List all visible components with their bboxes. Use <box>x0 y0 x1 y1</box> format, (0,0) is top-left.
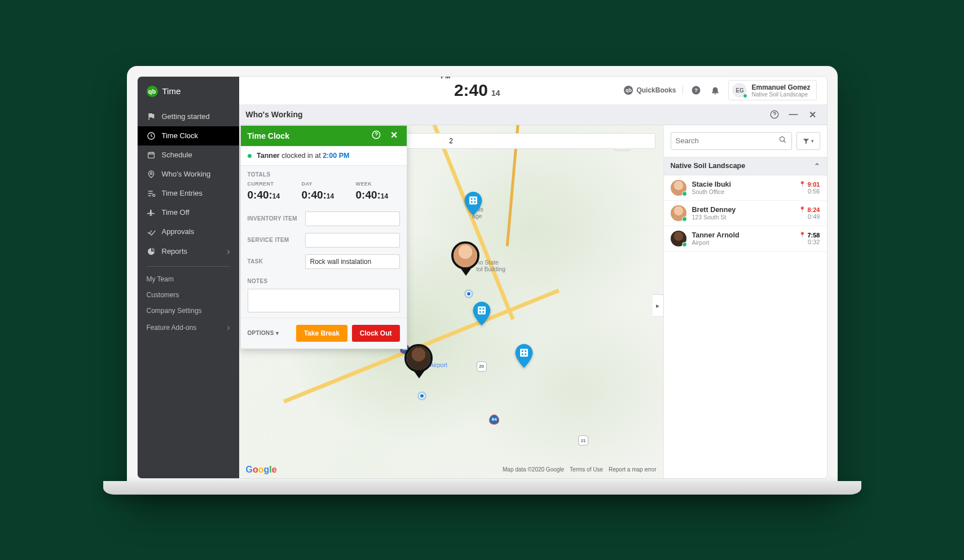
nav-label: Reports <box>162 247 188 255</box>
panel-minimize-button[interactable]: — <box>786 107 801 122</box>
service-input[interactable] <box>305 233 400 248</box>
nav-time-clock[interactable]: Time Clock <box>138 126 239 145</box>
avatar-icon <box>451 241 479 270</box>
take-break-button[interactable]: Take Break <box>296 325 347 342</box>
nav-feature-addons[interactable]: Feature Add-ons› <box>138 319 239 337</box>
map-attribution: Google Map data ©2020 Google Terms of Us… <box>239 461 663 478</box>
nav-customers[interactable]: Customers <box>138 287 239 303</box>
location-pin[interactable] <box>514 344 534 368</box>
map-terms-link[interactable]: Terms of Use <box>570 466 603 473</box>
nav-label: Approvals <box>162 227 195 236</box>
total-current: CURRENT 0:40:14 <box>248 181 292 201</box>
clock-time: 2:40 <box>454 81 488 100</box>
employee-name: Tanner Arnold <box>692 231 794 239</box>
pin-icon: 📍 <box>799 181 805 187</box>
plane-icon <box>147 208 156 217</box>
avatar-icon <box>404 344 433 372</box>
filter-button[interactable]: ▾ <box>796 132 820 150</box>
user-avatar: EG <box>732 83 747 98</box>
employee-avatar <box>671 231 686 246</box>
employee-row[interactable]: Tanner Arnold Airport 📍7:58 0:32 <box>664 226 827 252</box>
modal-close-button[interactable]: ✕ <box>389 130 400 142</box>
modal-header: Time Clock ✕ <box>241 126 407 146</box>
status-dot-icon <box>682 242 687 247</box>
user-menu[interactable]: EG Emmanuel Gomez Native Soil Landscape <box>728 80 816 100</box>
chevron-down-icon: ▾ <box>811 138 814 144</box>
minimize-icon: — <box>789 109 798 120</box>
panel-title: Who's Working <box>246 110 303 119</box>
employee-time-primary: 📍9:01 <box>799 181 820 188</box>
total-week: WEEK 0:40:14 <box>356 181 400 201</box>
nav-my-team[interactable]: My Team <box>138 271 239 287</box>
svg-rect-17 <box>520 349 528 356</box>
status-dot-icon <box>248 154 252 158</box>
pie-icon <box>147 247 156 256</box>
interstate-shield-icon: 84 <box>489 415 499 425</box>
roster-search[interactable] <box>671 132 792 150</box>
task-label: TASK <box>248 258 305 264</box>
nav-time-off[interactable]: Time Off <box>138 203 239 222</box>
close-icon: ✕ <box>809 109 816 120</box>
panel-close-button[interactable]: ✕ <box>805 107 820 122</box>
chevron-right-icon: › <box>227 246 230 257</box>
employee-row[interactable]: Stacie Ibuki South Office 📍9:01 0:56 <box>664 175 827 201</box>
inventory-input[interactable] <box>305 211 400 226</box>
help-circle-icon <box>769 109 780 120</box>
status-dot-icon <box>682 191 687 196</box>
map-pin-icon <box>147 170 156 179</box>
main-area: PM 2:40 14 qb QuickBooks ? <box>239 77 827 478</box>
brand-name: Time <box>162 86 181 96</box>
map-collapse-handle[interactable]: ▸ <box>653 294 664 317</box>
map[interactable]: 2 Hillsage ho Statetol Building Airport … <box>239 125 663 478</box>
nav-whos-working[interactable]: Who's Working <box>138 165 239 184</box>
totals-label: TOTALS <box>241 166 407 181</box>
nav-getting-started[interactable]: Getting started <box>138 107 239 126</box>
panel-help-button[interactable] <box>767 107 782 122</box>
search-input[interactable] <box>676 136 778 145</box>
help-circle-icon <box>371 130 381 140</box>
svg-rect-11 <box>474 201 476 203</box>
employee-map-pin[interactable] <box>451 241 481 276</box>
quickbooks-link[interactable]: qb QuickBooks <box>624 86 683 95</box>
modal-title: Time Clock <box>248 131 289 140</box>
map-report-link[interactable]: Report a map error <box>609 466 656 473</box>
list-icon <box>147 189 156 198</box>
task-input[interactable] <box>305 254 400 269</box>
nav-reports[interactable]: Reports › <box>138 241 239 262</box>
employee-location: Airport <box>692 239 794 246</box>
help-icon: ? <box>691 85 701 95</box>
clock-out-button[interactable]: Clock Out <box>352 325 400 342</box>
nav-label: Time Entries <box>162 189 203 197</box>
quickbooks-logo-icon: qb <box>624 86 633 95</box>
chevron-down-icon: ▾ <box>276 330 279 336</box>
nav-company-settings[interactable]: Company Settings <box>138 303 239 319</box>
svg-point-23 <box>780 137 784 142</box>
nav-schedule[interactable]: Schedule <box>138 145 239 165</box>
employee-map-pin[interactable] <box>404 344 434 379</box>
google-logo-icon: Google <box>246 465 277 475</box>
svg-rect-19 <box>525 350 527 352</box>
employee-time-primary: 📍8:24 <box>799 206 820 213</box>
nav-approvals[interactable]: Approvals <box>138 222 239 241</box>
notifications-button[interactable] <box>709 84 721 96</box>
nav-time-entries[interactable]: Time Entries <box>138 184 239 203</box>
location-pin[interactable] <box>472 302 491 325</box>
pin-icon: 📍 <box>799 232 805 238</box>
sidebar: qb Time Getting started Time Clock Sched… <box>138 77 239 478</box>
modal-help-button[interactable] <box>371 130 382 142</box>
pin-icon: 📍 <box>799 206 805 213</box>
clock-period: PM <box>441 76 451 80</box>
roster-group-header[interactable]: Native Soil Landscape ⌃ <box>664 157 827 175</box>
route-shield-icon: 21 <box>578 435 588 446</box>
building-pin-icon <box>464 192 483 215</box>
map-copyright: Map data ©2020 Google <box>503 466 564 473</box>
employee-row[interactable]: Brett Denney 123 South St 📍8:24 0:49 <box>664 201 827 226</box>
chevron-up-icon: ⌃ <box>814 162 820 170</box>
help-button[interactable]: ? <box>690 84 702 96</box>
employee-name: Stacie Ibuki <box>692 180 794 188</box>
bell-icon <box>710 85 720 95</box>
notes-textarea[interactable] <box>248 289 400 312</box>
options-dropdown[interactable]: OPTIONS ▾ <box>248 330 279 336</box>
nav-label: Time Clock <box>162 131 199 140</box>
location-pin[interactable] <box>464 192 483 215</box>
